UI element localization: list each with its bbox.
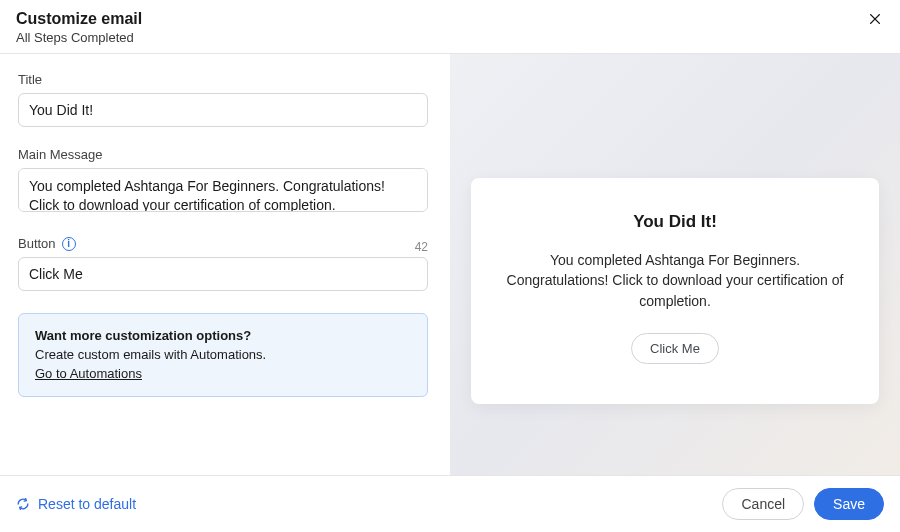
dialog-footer: Reset to default Cancel Save (0, 475, 900, 532)
automations-promo: Want more customization options? Create … (18, 313, 428, 397)
go-to-automations-link[interactable]: Go to Automations (35, 366, 142, 381)
main-message-label: Main Message (18, 147, 428, 162)
promo-body: Create custom emails with Automations. (35, 347, 411, 362)
reset-label: Reset to default (38, 496, 136, 512)
refresh-icon (16, 497, 30, 511)
button-text-input[interactable] (18, 257, 428, 291)
promo-title: Want more customization options? (35, 328, 411, 343)
close-icon[interactable] (866, 10, 884, 28)
preview-button: Click Me (631, 333, 719, 364)
cancel-button[interactable]: Cancel (722, 488, 804, 520)
preview-body: You completed Ashtanga For Beginners. Co… (499, 250, 851, 311)
title-input[interactable] (18, 93, 428, 127)
preview-title: You Did It! (499, 212, 851, 232)
main-message-input[interactable] (18, 168, 428, 212)
dialog-header: Customize email All Steps Completed (0, 0, 900, 54)
reset-to-default-button[interactable]: Reset to default (16, 496, 136, 512)
dialog-title: Customize email (16, 10, 142, 28)
form-panel: Title Main Message Button i 42 Want mo (0, 54, 450, 475)
info-icon[interactable]: i (62, 237, 76, 251)
email-preview-card: You Did It! You completed Ashtanga For B… (471, 178, 879, 404)
preview-panel: You Did It! You completed Ashtanga For B… (450, 54, 900, 475)
title-label: Title (18, 72, 428, 87)
dialog-subtitle: All Steps Completed (16, 30, 142, 45)
button-label: Button (18, 236, 56, 251)
button-char-count: 42 (415, 240, 428, 254)
save-button[interactable]: Save (814, 488, 884, 520)
